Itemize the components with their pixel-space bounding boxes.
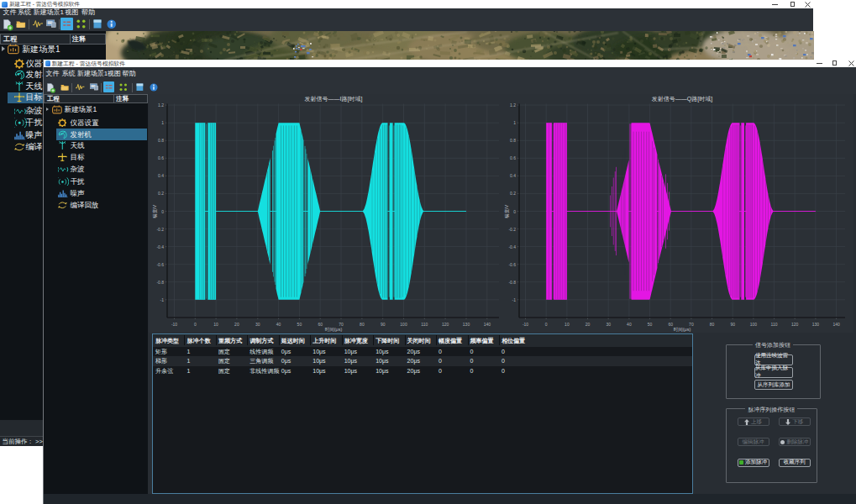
svg-text:发射信号——Q路[时域]: 发射信号——Q路[时域] (652, 96, 712, 102)
svg-text:100: 100 (400, 322, 407, 327)
svg-text:20: 20 (234, 322, 239, 327)
svg-text:1: 1 (161, 120, 164, 125)
svg-text:130: 130 (463, 322, 470, 327)
svg-text:-0.4: -0.4 (156, 244, 164, 249)
svg-text:0.6: 0.6 (510, 155, 516, 160)
svg-text:110: 110 (771, 322, 778, 327)
svg-text:1.2: 1.2 (510, 102, 516, 108)
svg-text:幅度/V: 幅度/V (152, 205, 158, 219)
svg-text:0.6: 0.6 (158, 155, 164, 160)
svg-text:100: 100 (750, 322, 758, 327)
svg-text:50: 50 (648, 322, 653, 327)
svg-text:140: 140 (484, 322, 491, 327)
svg-text:120: 120 (791, 322, 799, 327)
svg-text:-1: -1 (512, 297, 517, 302)
svg-text:80: 80 (710, 322, 715, 327)
svg-text:-1: -1 (160, 297, 165, 302)
svg-text:40: 40 (276, 322, 281, 327)
svg-text:0.8: 0.8 (158, 138, 164, 143)
svg-text:20: 20 (586, 322, 591, 327)
svg-text:130: 130 (812, 322, 820, 327)
svg-text:50: 50 (297, 322, 302, 327)
svg-text:-0.2: -0.2 (508, 227, 516, 232)
svg-text:120: 120 (442, 322, 449, 327)
svg-text:0: 0 (194, 322, 197, 327)
svg-text:60: 60 (668, 322, 673, 327)
svg-text:-0.2: -0.2 (156, 227, 164, 232)
svg-text:90: 90 (730, 322, 735, 327)
svg-text:30: 30 (606, 322, 611, 327)
svg-text:-0.8: -0.8 (508, 280, 516, 285)
svg-text:幅度/V: 幅度/V (504, 205, 510, 219)
svg-text:时间(μs): 时间(μs) (674, 327, 691, 333)
svg-text:0: 0 (545, 322, 548, 327)
svg-text:0.2: 0.2 (158, 191, 164, 196)
svg-text:-10: -10 (171, 322, 177, 327)
svg-text:140: 140 (832, 322, 840, 327)
svg-text:-0.6: -0.6 (508, 262, 516, 267)
svg-text:-10: -10 (523, 322, 528, 327)
svg-text:40: 40 (627, 322, 632, 327)
svg-text:1: 1 (513, 120, 516, 125)
svg-text:90: 90 (381, 322, 386, 327)
svg-text:0.8: 0.8 (510, 138, 516, 143)
svg-text:60: 60 (318, 322, 323, 327)
svg-text:30: 30 (255, 322, 260, 327)
svg-text:10: 10 (213, 322, 218, 327)
svg-text:110: 110 (421, 322, 428, 327)
svg-text:-0.4: -0.4 (508, 244, 516, 249)
svg-text:1.2: 1.2 (158, 102, 164, 108)
svg-text:10: 10 (565, 322, 570, 327)
svg-text:0: 0 (161, 209, 164, 214)
svg-text:发射信号——I路[时域]: 发射信号——I路[时域] (305, 96, 363, 102)
svg-text:0.2: 0.2 (510, 191, 516, 196)
svg-text:时间(μs): 时间(μs) (325, 327, 343, 333)
svg-text:0: 0 (513, 209, 516, 214)
svg-text:0.4: 0.4 (158, 173, 164, 178)
svg-text:-0.8: -0.8 (156, 280, 164, 285)
svg-text:0.4: 0.4 (510, 173, 516, 178)
svg-text:-0.6: -0.6 (156, 262, 164, 267)
svg-text:80: 80 (360, 322, 365, 327)
